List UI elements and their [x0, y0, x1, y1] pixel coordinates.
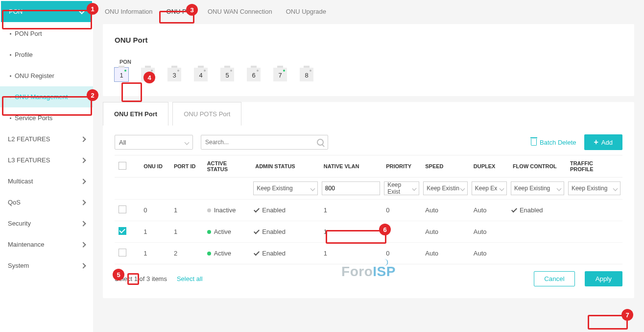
sidebar: PON PON Port Profile ONU Register ONU Ma…: [0, 0, 93, 332]
chevron-right-icon: [80, 221, 86, 226]
chevron-right-icon: [80, 157, 86, 163]
batch-delete-button[interactable]: Batch Delete: [531, 139, 576, 146]
pon-port-row: 1 2 3 4 5 6 7 8: [115, 68, 622, 81]
chevron-right-icon: [80, 242, 86, 247]
pon-port-8[interactable]: 8: [300, 68, 313, 81]
col-speed: SPEED: [421, 155, 470, 178]
col-admin-status: ADMIN STATUS: [251, 155, 320, 178]
search-input[interactable]: [205, 139, 317, 146]
tab-onu-upgrade[interactable]: ONU Upgrade: [284, 6, 328, 17]
chevron-right-icon: [80, 179, 86, 184]
table-footer: Select 1 of 3 items Select all Cancel Ap…: [115, 271, 622, 286]
check-icon: [511, 206, 517, 212]
edit-row: Keep Existing Keep Exist Keep Existin Ke…: [115, 178, 622, 200]
panel: ONU Port PON 1 2 3 4 5 6 7 8: [103, 24, 634, 96]
cancel-button[interactable]: Cancel: [534, 271, 575, 286]
chevron-right-icon: [80, 136, 86, 142]
select-all-checkbox[interactable]: [119, 162, 126, 170]
check-icon: [254, 206, 260, 212]
sidebar-item-onu-register[interactable]: ONU Register: [0, 65, 93, 86]
pon-port-7[interactable]: 7: [273, 68, 287, 81]
tab-onu-wan-connection[interactable]: ONU WAN Connection: [206, 6, 274, 17]
table-row: 1 2 Active Enabled 1 0 Auto Auto: [115, 243, 622, 264]
chevron-down-icon: [499, 186, 504, 191]
sidebar-cat-system[interactable]: System: [0, 255, 93, 276]
filter-select[interactable]: All: [115, 135, 193, 150]
pon-port-3[interactable]: 3: [167, 68, 181, 81]
edit-speed[interactable]: Keep Existin: [423, 181, 468, 195]
col-port-id: PORT ID: [170, 155, 203, 178]
selection-text: Select 1 of 3 items: [115, 275, 167, 282]
col-duplex: DUPLEX: [470, 155, 509, 178]
search-icon: [317, 139, 324, 146]
select-all-link[interactable]: Select all: [177, 275, 203, 282]
chevron-down-icon: [613, 186, 618, 191]
toolbar: All Batch Delete + Add: [115, 134, 622, 150]
sidebar-item-pon-port[interactable]: PON Port: [0, 23, 93, 44]
edit-traffic-profile[interactable]: Keep Existing: [568, 181, 620, 195]
sidebar-cat-maintenance[interactable]: Maintenance: [0, 234, 93, 255]
edit-priority[interactable]: Keep Exist: [384, 181, 419, 195]
col-onu-id: ONU ID: [140, 155, 170, 178]
chevron-right-icon: [80, 200, 86, 205]
pon-port-5[interactable]: 5: [220, 68, 234, 81]
status-dot-icon: [207, 208, 211, 212]
pon-port-2[interactable]: 2: [141, 68, 155, 81]
sidebar-cat-l2[interactable]: L2 FEATURES: [0, 128, 93, 150]
pon-port-1[interactable]: 1: [115, 68, 128, 81]
col-traffic-profile: TRAFFIC PROFILE: [566, 155, 622, 178]
chevron-down-icon: [185, 140, 190, 145]
page-title: ONU Port: [115, 36, 622, 44]
row-checkbox[interactable]: [119, 227, 126, 235]
edit-duplex[interactable]: Keep Ex: [472, 181, 507, 195]
edit-native-vlan[interactable]: [322, 181, 380, 195]
trash-icon: [531, 139, 537, 146]
sidebar-cat-qos[interactable]: QoS: [0, 192, 93, 213]
sidebar-cat-l3[interactable]: L3 FEATURES: [0, 150, 93, 171]
subtab-onu-pots-port[interactable]: ONU POTS Port: [172, 102, 241, 126]
table-panel: ForoISP ONU ETH Port ONU POTS Port All B…: [103, 102, 634, 298]
col-flow-control: FLOW CONTROL: [509, 155, 566, 178]
top-tabs: ONU Information ONU Port ONU WAN Connect…: [103, 6, 634, 19]
chevron-down-icon: [556, 186, 561, 191]
row-checkbox[interactable]: [119, 205, 126, 213]
sidebar-item-service-ports[interactable]: Service Ports: [0, 107, 93, 128]
chevron-down-icon: [78, 7, 85, 14]
col-priority: PRIORITY: [382, 155, 421, 178]
check-icon: [254, 250, 260, 255]
row-checkbox[interactable]: [119, 249, 126, 256]
chevron-down-icon: [460, 186, 465, 191]
apply-button[interactable]: Apply: [585, 271, 622, 286]
edit-admin-status[interactable]: Keep Existing: [253, 181, 318, 195]
pon-port-4[interactable]: 4: [194, 68, 208, 81]
check-icon: [254, 228, 260, 234]
search-box[interactable]: [201, 135, 328, 150]
sidebar-cat-multicast[interactable]: Multicast: [0, 171, 93, 192]
sidebar-item-onu-management[interactable]: ONU Management: [0, 86, 93, 107]
status-dot-icon: [207, 252, 211, 255]
main-content: ONU Information ONU Port ONU WAN Connect…: [93, 0, 644, 332]
plus-icon: +: [594, 138, 598, 146]
chevron-right-icon: [80, 263, 86, 268]
table-row: 0 1 Inactive Enabled 1 0 Auto Auto Enabl…: [115, 200, 622, 221]
pon-label: PON: [119, 59, 622, 65]
sidebar-group-pon[interactable]: PON: [1, 1, 92, 22]
table-row: 1 1 Active Enabled 1 0 Auto Auto: [115, 221, 622, 243]
col-active-status: ACTIVE STATUS: [203, 155, 252, 178]
sidebar-group-label: PON: [9, 8, 23, 15]
edit-flow-control[interactable]: Keep Existing: [511, 181, 564, 195]
add-button[interactable]: + Add: [584, 134, 622, 150]
pon-port-6[interactable]: 6: [247, 68, 261, 81]
tab-onu-information[interactable]: ONU Information: [103, 6, 155, 17]
chevron-down-icon: [310, 186, 315, 191]
sidebar-cat-security[interactable]: Security: [0, 213, 93, 234]
subtab-onu-eth-port[interactable]: ONU ETH Port: [103, 102, 168, 126]
tab-onu-port[interactable]: ONU Port: [165, 6, 196, 17]
status-dot-icon: [207, 230, 211, 234]
onu-port-table: ONU ID PORT ID ACTIVE STATUS ADMIN STATU…: [115, 155, 622, 264]
col-native-vlan: NATIVE VLAN: [320, 155, 382, 178]
sidebar-item-profile[interactable]: Profile: [0, 44, 93, 65]
